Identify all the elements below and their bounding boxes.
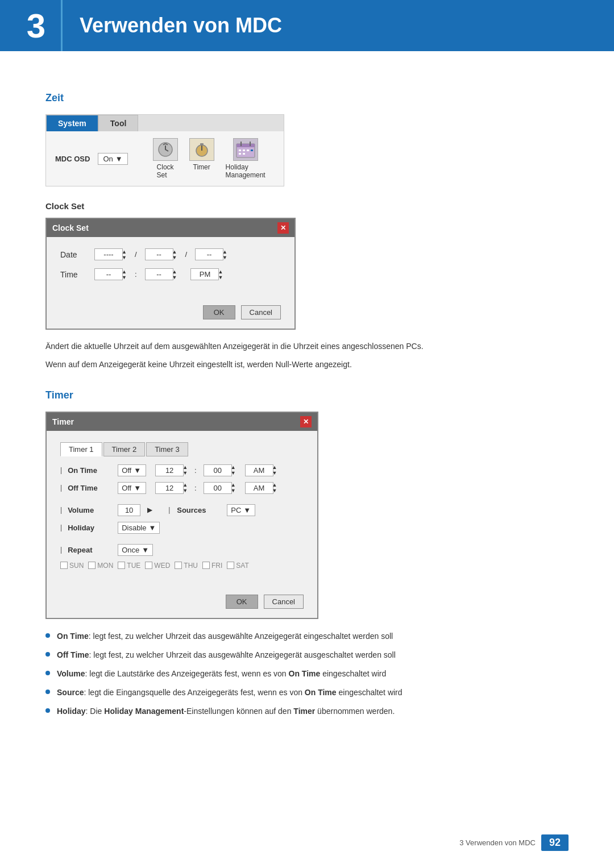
page-number: 92 — [541, 834, 569, 851]
svg-rect-9 — [243, 149, 245, 151]
off-ampm-arrows[interactable]: ▲▼ — [272, 482, 277, 493]
day-mon-checkbox[interactable] — [88, 562, 96, 569]
holiday-dropdown[interactable]: Disable ▼ — [118, 522, 160, 534]
clock-set-item[interactable]: ClockSet — [153, 138, 178, 179]
day-thu[interactable]: THU — [175, 562, 198, 570]
mdc-osd-dropdown[interactable]: On ▼ — [98, 153, 127, 165]
date-field1-arrows[interactable]: ▲▼ — [122, 249, 127, 260]
timer-modal: Timer ✕ Timer 1 Timer 2 Timer 3 | On Tim… — [45, 412, 318, 619]
time-field1-arrows[interactable]: ▲▼ — [122, 269, 127, 280]
time-colon: : — [132, 270, 139, 279]
date-field2-arrows[interactable]: ▲▼ — [172, 249, 177, 260]
repeat-value: Once — [122, 546, 139, 554]
tab-system[interactable]: System — [46, 115, 98, 131]
list-item-holiday-text: Holiday: Die Holiday Management-Einstell… — [57, 705, 395, 717]
volume-play-icon: ▶ — [147, 506, 152, 514]
volume-label: Volume — [68, 506, 113, 514]
timer-cancel-button[interactable]: Cancel — [264, 595, 304, 609]
volume-value[interactable]: 10 — [118, 504, 140, 516]
timer-close-button[interactable]: ✕ — [300, 416, 312, 427]
day-sun-checkbox[interactable] — [60, 562, 68, 569]
timer-tab-2[interactable]: Timer 2 — [103, 442, 146, 456]
on-ampm-arrows[interactable]: ▲▼ — [272, 464, 277, 476]
repeat-dropdown[interactable]: Once ▼ — [118, 544, 153, 556]
on-time-label: On Time — [68, 466, 113, 475]
on-ampm[interactable]: AM — [245, 464, 273, 476]
list-item-ontime: On Time: legt fest, zu welcher Uhrzeit d… — [45, 630, 569, 642]
on-hour-arrows[interactable]: ▲▼ — [182, 464, 188, 476]
date-field1[interactable]: ---- — [94, 248, 123, 260]
timer-tabs: Timer 1 Timer 2 Timer 3 — [60, 442, 304, 456]
tab-tool[interactable]: Tool — [98, 115, 139, 131]
on-time-toggle[interactable]: Off ▼ — [118, 464, 146, 476]
day-sun[interactable]: SUN — [60, 562, 84, 570]
day-thu-checkbox[interactable] — [175, 562, 182, 569]
off-ampm[interactable]: AM — [245, 482, 273, 494]
time-field1[interactable]: -- — [94, 268, 123, 280]
time-field2[interactable]: -- — [145, 268, 173, 280]
day-tue-checkbox[interactable] — [118, 562, 125, 569]
day-sat-checkbox[interactable] — [227, 562, 234, 569]
timer-ok-button[interactable]: OK — [226, 595, 258, 609]
day-wed-label: WED — [154, 562, 170, 570]
day-wed[interactable]: WED — [145, 562, 170, 570]
on-hour[interactable]: 12 — [155, 464, 184, 476]
day-sat[interactable]: SAT — [227, 562, 248, 570]
day-tue[interactable]: TUE — [118, 562, 140, 570]
clock-set-modal-body: Date ---- ▲▼ / -- ▲▼ / -- — [47, 237, 294, 300]
on-time-row: | On Time Off ▼ 12 ▲▼ : 00 ▲▼ AM ▲▼ — [60, 464, 304, 476]
on-min-group: 00 ▲▼ — [204, 464, 236, 476]
off-hour-arrows[interactable]: ▲▼ — [182, 482, 188, 493]
day-wed-checkbox[interactable] — [145, 562, 152, 569]
sources-pipe: | — [168, 506, 170, 514]
time-ampm-arrows[interactable]: ▲▼ — [218, 269, 223, 280]
clock-set-close-button[interactable]: ✕ — [277, 222, 289, 234]
holiday-label: Holiday — [68, 524, 113, 532]
list-item-ontime-text: On Time: legt fest, zu welcher Uhrzeit d… — [57, 630, 393, 642]
sources-dropdown[interactable]: PC ▼ — [227, 504, 255, 516]
clock-set-cancel-button[interactable]: Cancel — [241, 305, 281, 319]
clock-set-ok-button[interactable]: OK — [203, 305, 235, 319]
on-time-pipe: | — [60, 466, 62, 474]
volume-pipe: | — [60, 506, 62, 514]
on-time-toggle-value: Off — [122, 466, 131, 475]
date-field2[interactable]: -- — [145, 248, 173, 260]
day-sat-label: SAT — [236, 562, 248, 570]
timer-footer: OK Cancel — [47, 589, 317, 618]
on-min[interactable]: 00 — [204, 464, 232, 476]
clock-set-label: ClockSet — [157, 163, 174, 179]
timer-tab-3[interactable]: Timer 3 — [146, 442, 188, 456]
header-title: Verwenden von MDC — [63, 14, 282, 38]
time-ampm[interactable]: PM — [190, 268, 219, 280]
day-fri-checkbox[interactable] — [202, 562, 210, 569]
svg-rect-8 — [239, 149, 241, 151]
timer-tab-1[interactable]: Timer 1 — [60, 442, 102, 456]
timer-item[interactable]: Timer — [189, 138, 214, 179]
on-min-arrows[interactable]: ▲▼ — [231, 464, 236, 476]
repeat-dropdown-arrow: ▼ — [142, 546, 149, 554]
sources-label: Sources — [177, 506, 222, 514]
list-item-offtime-text: Off Time: legt fest, zu welcher Uhrzeit … — [57, 649, 396, 661]
timer-label: Timer — [193, 163, 210, 171]
day-thu-label: THU — [184, 562, 198, 570]
date-field3[interactable]: -- — [195, 248, 223, 260]
date-field3-arrows[interactable]: ▲▼ — [222, 249, 227, 260]
off-time-dropdown-arrow: ▼ — [134, 484, 141, 492]
holiday-management-item[interactable]: HolidayManagement — [226, 138, 265, 179]
time-field2-arrows[interactable]: ▲▼ — [172, 269, 177, 280]
off-time-toggle[interactable]: Off ▼ — [118, 482, 146, 494]
timer-modal-body: Timer 1 Timer 2 Timer 3 | On Time Off ▼ … — [47, 431, 317, 589]
svg-rect-12 — [239, 153, 241, 155]
day-mon[interactable]: MON — [88, 562, 113, 570]
off-hour[interactable]: 12 — [155, 482, 184, 494]
day-fri[interactable]: FRI — [202, 562, 222, 570]
date-sep2: / — [182, 250, 189, 259]
time-label: Time — [60, 270, 89, 279]
off-min[interactable]: 00 — [204, 482, 232, 494]
bullet-dot-5 — [45, 708, 50, 713]
time-row: Time -- ▲▼ : -- ▲▼ PM ▲▼ — [60, 268, 281, 280]
off-min-arrows[interactable]: ▲▼ — [231, 482, 236, 493]
list-item-volume-text: Volume: legt die Lautstärke des Anzeigeg… — [57, 668, 386, 680]
page-footer: 3 Verwenden von MDC 92 — [459, 834, 569, 851]
holiday-pipe: | — [60, 524, 62, 531]
